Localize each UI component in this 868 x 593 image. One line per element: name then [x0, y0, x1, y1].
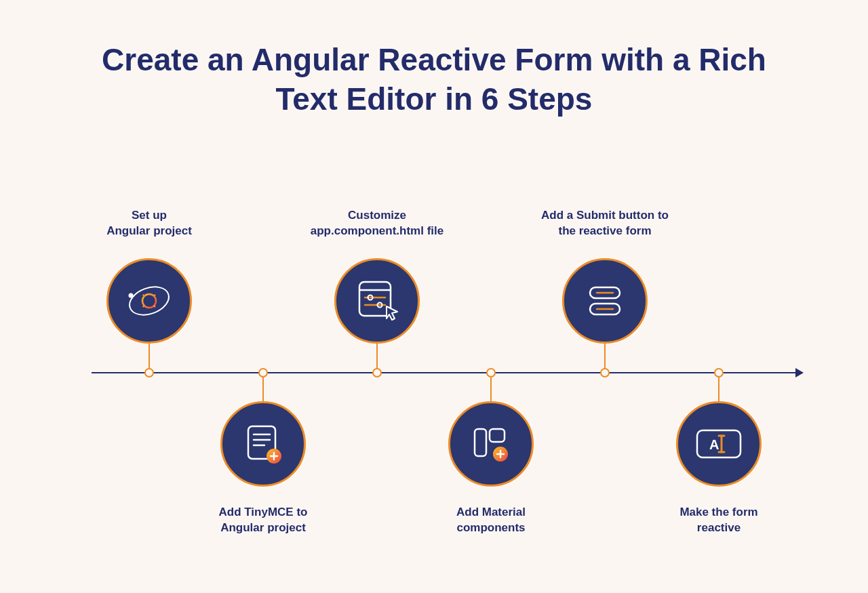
step-node-3 — [334, 258, 420, 344]
svg-point-1 — [129, 293, 134, 298]
document-plus-icon — [239, 420, 288, 468]
settings-cursor-icon — [351, 275, 403, 327]
timeline-dot — [144, 368, 154, 377]
step-node-6: A — [676, 401, 762, 487]
step-label-6: Make the formreactive — [641, 505, 797, 536]
svg-line-8 — [154, 295, 155, 296]
text-cursor-icon: A — [692, 424, 746, 464]
step-label-3: Customizeapp.component.html file — [299, 208, 455, 239]
step-label-4: Add Materialcomponents — [413, 505, 569, 536]
timeline-connector — [376, 344, 378, 369]
timeline-connector — [718, 376, 719, 402]
svg-rect-24 — [475, 429, 486, 456]
gear-orbit-icon — [125, 277, 174, 325]
step-label-5: Add a Submit button tothe reactive form — [527, 208, 683, 239]
timeline-connector — [604, 344, 606, 369]
svg-line-9 — [143, 306, 144, 307]
components-plus-icon — [467, 420, 515, 468]
svg-rect-25 — [490, 429, 505, 442]
buttons-icon — [579, 275, 631, 327]
step-node-4 — [448, 401, 534, 487]
step-label-2: Add TinyMCE toAngular project — [185, 505, 341, 536]
step-label-1: Set upAngular project — [71, 208, 227, 239]
svg-text:A: A — [709, 437, 719, 452]
timeline-dot — [372, 368, 382, 377]
step-node-1 — [106, 258, 192, 344]
timeline-dot — [600, 368, 610, 377]
timeline-arrow-icon — [795, 368, 804, 377]
timeline-axis — [92, 372, 800, 373]
timeline: Set upAngular project Add TinyMCE toAngu… — [0, 0, 868, 593]
step-node-2 — [220, 401, 306, 487]
step-node-5 — [562, 258, 648, 344]
timeline-connector — [262, 376, 264, 402]
svg-line-7 — [143, 295, 144, 296]
timeline-connector — [149, 344, 150, 369]
svg-point-0 — [125, 282, 172, 320]
timeline-connector — [490, 376, 492, 402]
svg-line-10 — [154, 306, 155, 307]
